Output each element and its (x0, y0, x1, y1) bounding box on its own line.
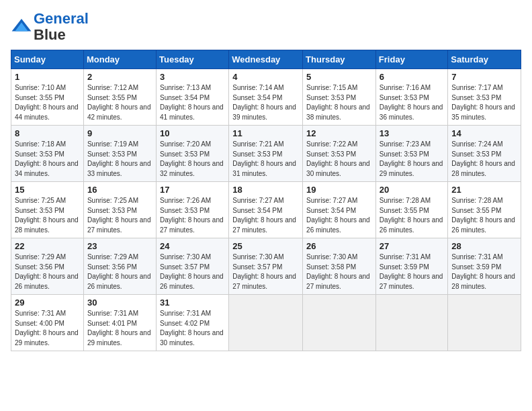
day-info: Sunrise: 7:31 AMSunset: 4:01 PMDaylight:… (87, 309, 152, 348)
day-info: Sunrise: 7:31 AMSunset: 3:59 PMDaylight:… (380, 253, 445, 291)
day-info: Sunrise: 7:22 AMSunset: 3:53 PMDaylight:… (306, 140, 372, 179)
day-number: 1 (15, 72, 80, 82)
day-number: 12 (306, 128, 372, 138)
calendar-cell: 23Sunrise: 7:29 AMSunset: 3:56 PMDayligh… (83, 238, 156, 295)
day-info: Sunrise: 7:27 AMSunset: 3:54 PMDaylight:… (232, 196, 299, 235)
day-number: 11 (232, 128, 299, 138)
col-header-saturday: Saturday (448, 50, 521, 69)
day-number: 7 (451, 72, 517, 82)
col-header-tuesday: Tuesday (157, 50, 229, 69)
calendar-week-2: 8Sunrise: 7:18 AMSunset: 3:53 PMDaylight… (11, 126, 521, 182)
day-number: 15 (15, 185, 80, 195)
calendar-cell: 10Sunrise: 7:20 AMSunset: 3:53 PMDayligh… (157, 126, 229, 182)
calendar-week-4: 22Sunrise: 7:29 AMSunset: 3:56 PMDayligh… (11, 238, 521, 295)
day-number: 20 (380, 185, 445, 195)
day-info: Sunrise: 7:18 AMSunset: 3:53 PMDaylight:… (15, 140, 80, 179)
day-info: Sunrise: 7:25 AMSunset: 3:53 PMDaylight:… (15, 196, 80, 235)
day-info: Sunrise: 7:16 AMSunset: 3:53 PMDaylight:… (380, 83, 445, 122)
col-header-friday: Friday (375, 50, 448, 69)
day-number: 13 (380, 128, 445, 138)
calendar-cell: 21Sunrise: 7:28 AMSunset: 3:55 PMDayligh… (448, 182, 521, 238)
calendar-cell: 26Sunrise: 7:30 AMSunset: 3:58 PMDayligh… (303, 238, 376, 295)
day-number: 28 (451, 241, 517, 251)
day-number: 2 (87, 72, 152, 82)
calendar-cell: 5Sunrise: 7:15 AMSunset: 3:53 PMDaylight… (303, 69, 376, 126)
day-info: Sunrise: 7:29 AMSunset: 3:56 PMDaylight:… (15, 253, 80, 291)
calendar-cell: 28Sunrise: 7:31 AMSunset: 3:59 PMDayligh… (448, 238, 521, 295)
page-header: General Blue (11, 11, 521, 43)
calendar-cell (375, 295, 448, 351)
day-info: Sunrise: 7:28 AMSunset: 3:55 PMDaylight:… (451, 196, 517, 235)
day-number: 25 (232, 241, 299, 251)
calendar-cell: 25Sunrise: 7:30 AMSunset: 3:57 PMDayligh… (229, 238, 303, 295)
day-info: Sunrise: 7:30 AMSunset: 3:57 PMDaylight:… (232, 253, 299, 291)
day-number: 21 (451, 185, 517, 195)
calendar-cell: 15Sunrise: 7:25 AMSunset: 3:53 PMDayligh… (11, 182, 84, 238)
calendar-cell: 4Sunrise: 7:14 AMSunset: 3:54 PMDaylight… (229, 69, 303, 126)
day-number: 18 (232, 185, 299, 195)
day-info: Sunrise: 7:10 AMSunset: 3:55 PMDaylight:… (15, 83, 80, 122)
calendar-cell: 18Sunrise: 7:27 AMSunset: 3:54 PMDayligh… (229, 182, 303, 238)
calendar-cell: 22Sunrise: 7:29 AMSunset: 3:56 PMDayligh… (11, 238, 84, 295)
day-info: Sunrise: 7:29 AMSunset: 3:56 PMDaylight:… (87, 253, 152, 291)
day-info: Sunrise: 7:19 AMSunset: 3:53 PMDaylight:… (87, 140, 152, 179)
day-info: Sunrise: 7:23 AMSunset: 3:53 PMDaylight:… (380, 140, 445, 179)
day-number: 23 (87, 241, 152, 251)
calendar-cell: 27Sunrise: 7:31 AMSunset: 3:59 PMDayligh… (375, 238, 448, 295)
day-number: 5 (306, 72, 372, 82)
day-number: 17 (160, 185, 225, 195)
calendar-week-1: 1Sunrise: 7:10 AMSunset: 3:55 PMDaylight… (11, 69, 521, 126)
day-info: Sunrise: 7:13 AMSunset: 3:54 PMDaylight:… (160, 83, 225, 122)
day-info: Sunrise: 7:17 AMSunset: 3:53 PMDaylight:… (451, 83, 517, 122)
day-number: 22 (15, 241, 80, 251)
day-number: 27 (380, 241, 445, 251)
col-header-thursday: Thursday (303, 50, 376, 69)
calendar-cell (448, 295, 521, 351)
day-info: Sunrise: 7:26 AMSunset: 3:53 PMDaylight:… (160, 196, 225, 235)
calendar-cell: 19Sunrise: 7:27 AMSunset: 3:54 PMDayligh… (303, 182, 376, 238)
calendar-cell: 11Sunrise: 7:21 AMSunset: 3:53 PMDayligh… (229, 126, 303, 182)
calendar-cell: 1Sunrise: 7:10 AMSunset: 3:55 PMDaylight… (11, 69, 84, 126)
calendar-cell: 16Sunrise: 7:25 AMSunset: 3:53 PMDayligh… (83, 182, 156, 238)
day-number: 29 (15, 298, 80, 308)
day-number: 10 (160, 128, 225, 138)
day-number: 19 (306, 185, 372, 195)
calendar-cell: 12Sunrise: 7:22 AMSunset: 3:53 PMDayligh… (303, 126, 376, 182)
calendar-cell: 24Sunrise: 7:30 AMSunset: 3:57 PMDayligh… (157, 238, 229, 295)
calendar-cell: 2Sunrise: 7:12 AMSunset: 3:55 PMDaylight… (83, 69, 156, 126)
day-number: 24 (160, 241, 225, 251)
calendar-cell: 8Sunrise: 7:18 AMSunset: 3:53 PMDaylight… (11, 126, 84, 182)
day-number: 14 (451, 128, 517, 138)
col-header-sunday: Sunday (11, 50, 84, 69)
calendar-cell: 30Sunrise: 7:31 AMSunset: 4:01 PMDayligh… (83, 295, 156, 351)
calendar-cell: 31Sunrise: 7:31 AMSunset: 4:02 PMDayligh… (157, 295, 229, 351)
calendar-cell: 20Sunrise: 7:28 AMSunset: 3:55 PMDayligh… (375, 182, 448, 238)
logo-text: General Blue (34, 11, 89, 43)
calendar-cell (303, 295, 376, 351)
calendar-cell: 3Sunrise: 7:13 AMSunset: 3:54 PMDaylight… (157, 69, 229, 126)
day-number: 6 (380, 72, 445, 82)
day-info: Sunrise: 7:21 AMSunset: 3:53 PMDaylight:… (232, 140, 299, 179)
day-number: 16 (87, 185, 152, 195)
calendar-week-3: 15Sunrise: 7:25 AMSunset: 3:53 PMDayligh… (11, 182, 521, 238)
day-info: Sunrise: 7:31 AMSunset: 3:59 PMDaylight:… (451, 253, 517, 291)
day-info: Sunrise: 7:14 AMSunset: 3:54 PMDaylight:… (232, 83, 299, 122)
day-number: 9 (87, 128, 152, 138)
day-number: 4 (232, 72, 299, 82)
col-header-monday: Monday (83, 50, 156, 69)
day-info: Sunrise: 7:24 AMSunset: 3:53 PMDaylight:… (451, 140, 517, 179)
day-number: 3 (160, 72, 225, 82)
day-info: Sunrise: 7:15 AMSunset: 3:53 PMDaylight:… (306, 83, 372, 122)
col-header-wednesday: Wednesday (229, 50, 303, 69)
calendar-cell: 6Sunrise: 7:16 AMSunset: 3:53 PMDaylight… (375, 69, 448, 126)
calendar-cell: 7Sunrise: 7:17 AMSunset: 3:53 PMDaylight… (448, 69, 521, 126)
calendar-week-5: 29Sunrise: 7:31 AMSunset: 4:00 PMDayligh… (11, 295, 521, 351)
day-number: 8 (15, 128, 80, 138)
day-info: Sunrise: 7:27 AMSunset: 3:54 PMDaylight:… (306, 196, 372, 235)
day-info: Sunrise: 7:12 AMSunset: 3:55 PMDaylight:… (87, 83, 152, 122)
calendar-table: SundayMondayTuesdayWednesdayThursdayFrid… (11, 50, 521, 351)
day-info: Sunrise: 7:31 AMSunset: 4:00 PMDaylight:… (15, 309, 80, 348)
calendar-cell: 13Sunrise: 7:23 AMSunset: 3:53 PMDayligh… (375, 126, 448, 182)
calendar-cell: 9Sunrise: 7:19 AMSunset: 3:53 PMDaylight… (83, 126, 156, 182)
day-info: Sunrise: 7:31 AMSunset: 4:02 PMDaylight:… (160, 309, 225, 348)
